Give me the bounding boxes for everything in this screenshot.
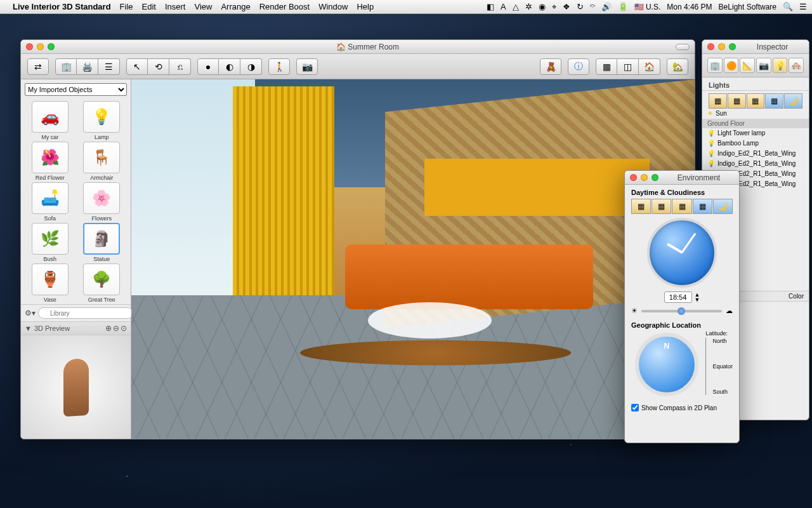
tod-morning[interactable]: ▦: [652, 199, 671, 214]
titlebar[interactable]: Environment: [625, 171, 739, 185]
object-red-flower[interactable]: 🌺Red Flower: [25, 142, 75, 181]
status-icon[interactable]: △: [513, 2, 519, 11]
object-great-tree[interactable]: 🌳Great Tree: [77, 264, 128, 303]
object-armchair[interactable]: 🪑Armchair: [77, 142, 128, 181]
object-vase[interactable]: 🏺Vase: [25, 264, 75, 303]
menu-render-boost[interactable]: Render Boost: [259, 2, 310, 11]
status-icon[interactable]: ◧: [487, 2, 494, 11]
object-bush[interactable]: 🌿Bush: [25, 223, 75, 262]
zoom-button[interactable]: [652, 174, 658, 181]
menu-file[interactable]: File: [120, 2, 133, 11]
cloudiness-slider[interactable]: [641, 310, 722, 312]
notification-center-icon[interactable]: ☰: [799, 2, 807, 11]
wifi-icon[interactable]: ⌔: [590, 2, 595, 11]
menubar-clock[interactable]: Mon 4:46 PM: [667, 3, 712, 11]
tod-dawn[interactable]: ▦: [631, 199, 651, 214]
minimize-button[interactable]: [718, 43, 725, 50]
titlebar[interactable]: Inspector: [702, 40, 809, 54]
object-sofa[interactable]: 🛋️Sofa: [25, 182, 75, 222]
spotlight-icon[interactable]: 🔍: [783, 2, 793, 11]
info-button[interactable]: ⓘ: [568, 58, 589, 75]
menu-window[interactable]: Window: [318, 2, 348, 11]
time-input[interactable]: [664, 291, 692, 303]
zoom-in-icon[interactable]: ⊕: [105, 324, 112, 333]
measure-tool[interactable]: ⎌: [169, 58, 191, 75]
object-flowers[interactable]: 🌸Flowers: [77, 182, 128, 222]
menu-edit[interactable]: Edit: [142, 2, 156, 11]
close-button[interactable]: [26, 43, 33, 50]
sync-icon[interactable]: ↻: [577, 2, 584, 11]
light-row[interactable]: 💡Indigo_Ed2_R1_Beta_Wing: [702, 159, 809, 169]
battery-icon[interactable]: 🔋: [618, 2, 628, 11]
gear-icon[interactable]: ⚙︎▾: [25, 309, 36, 318]
zoom-fit-icon[interactable]: ⊙: [121, 324, 127, 333]
inspector-tab-measure[interactable]: 📐: [740, 58, 755, 73]
3d-toy-icon[interactable]: 🧸: [540, 58, 561, 75]
show-compass-checkbox[interactable]: [631, 404, 639, 411]
tod-night[interactable]: 🌙: [784, 93, 802, 109]
inspector-tab-material[interactable]: 🟠: [724, 58, 739, 73]
volume-icon[interactable]: 🔊: [601, 2, 612, 11]
print-button[interactable]: 🖨️: [77, 58, 98, 75]
library-search-input[interactable]: [38, 307, 133, 319]
light-row[interactable]: 💡Bamboo Lamp: [702, 138, 809, 149]
walk-button[interactable]: 🚶: [268, 58, 290, 75]
toolbar-toggle-button[interactable]: [676, 44, 690, 50]
status-icon[interactable]: ✲: [525, 2, 532, 11]
status-icon[interactable]: A: [501, 2, 506, 11]
view-split-button[interactable]: ◫: [617, 58, 639, 75]
inspector-tab-camera[interactable]: 📷: [756, 58, 771, 73]
view-2d-button[interactable]: ▦: [596, 58, 617, 75]
light-row[interactable]: 💡Indigo_Ed2_R1_Beta_Wing: [702, 149, 809, 159]
menubar-vendor[interactable]: BeLight Software: [719, 3, 776, 11]
menu-insert[interactable]: Insert: [165, 2, 186, 11]
minimize-button[interactable]: [37, 43, 44, 50]
tod-dawn[interactable]: ▦: [709, 93, 727, 109]
titlebar[interactable]: 🏠 Summer Room: [21, 40, 695, 54]
3d-viewport[interactable]: [131, 79, 695, 439]
zoom-button[interactable]: [729, 43, 736, 50]
close-button[interactable]: [707, 43, 714, 50]
tod-morning[interactable]: ▦: [728, 93, 746, 109]
rotate-tool[interactable]: ⟲: [148, 58, 169, 75]
time-stepper[interactable]: ▲▼: [695, 292, 700, 302]
tod-noon[interactable]: ▦: [672, 199, 691, 214]
object-statue[interactable]: 🗿Statue: [77, 223, 128, 262]
list-button[interactable]: ☰: [98, 58, 120, 75]
library-button[interactable]: 🏢: [55, 58, 77, 75]
light-row-sun[interactable]: ☀Sun: [702, 109, 809, 119]
snapshot-button[interactable]: 📷: [296, 58, 318, 75]
play-button[interactable]: ◐: [219, 58, 240, 75]
view-3d-button[interactable]: 🏠: [639, 58, 660, 75]
menu-arrange[interactable]: Arrange: [221, 2, 250, 11]
preview-3d-area[interactable]: [21, 335, 131, 439]
disclosure-icon[interactable]: ▼: [25, 324, 32, 332]
record-button[interactable]: ●: [197, 58, 219, 75]
inspector-tab-building[interactable]: 🏘️: [789, 58, 804, 73]
light-row[interactable]: 💡Light Tower lamp: [702, 128, 809, 138]
select-tool[interactable]: ↖: [126, 58, 148, 75]
status-icon[interactable]: ◉: [539, 2, 546, 11]
input-source[interactable]: 🇺🇸 U.S.: [634, 3, 661, 11]
tod-noon[interactable]: ▦: [747, 93, 765, 109]
close-button[interactable]: [630, 174, 637, 181]
library-category-select[interactable]: My Imported Objects: [25, 83, 127, 96]
object-lamp[interactable]: 💡Lamp: [77, 101, 128, 140]
menu-view[interactable]: View: [194, 2, 212, 11]
menu-help[interactable]: Help: [357, 2, 374, 11]
status-icon[interactable]: ❖: [563, 2, 570, 11]
object-my-car[interactable]: 🚗My car: [25, 101, 75, 140]
bluetooth-icon[interactable]: ⌖: [552, 2, 556, 12]
tod-night[interactable]: 🌙: [713, 199, 733, 214]
zoom-out-icon[interactable]: ⊖: [113, 324, 119, 333]
back-forward-button[interactable]: ⇄: [27, 58, 49, 75]
minimize-button[interactable]: [641, 174, 648, 181]
inspector-tab-object[interactable]: 🏢: [707, 58, 723, 73]
app-name[interactable]: Live Interior 3D Standard: [13, 2, 111, 11]
daytime-clock[interactable]: [647, 218, 717, 288]
zoom-button[interactable]: [48, 43, 55, 50]
compass[interactable]: [635, 333, 698, 396]
tod-evening[interactable]: ▦: [693, 199, 712, 214]
stop-button[interactable]: ◑: [240, 58, 262, 75]
latitude-slider[interactable]: [705, 338, 710, 395]
